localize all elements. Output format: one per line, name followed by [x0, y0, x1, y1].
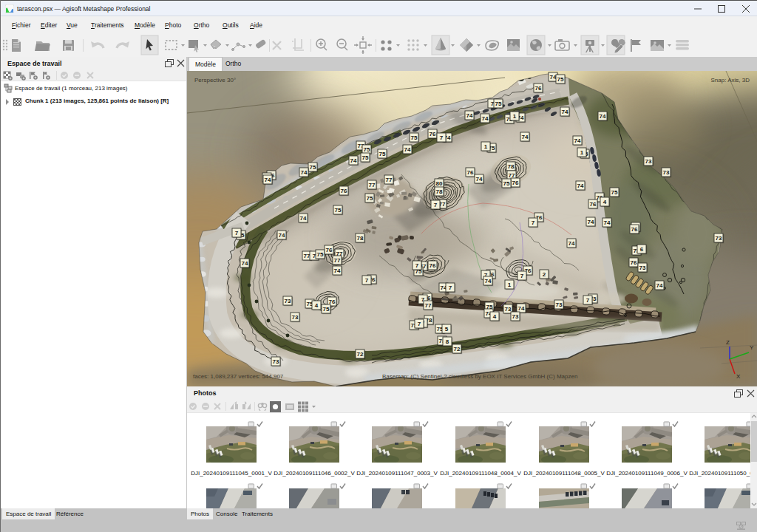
svg-text:77: 77	[369, 182, 376, 188]
svg-text:7: 7	[365, 277, 369, 284]
svg-text:78: 78	[508, 163, 515, 170]
svg-text:77: 77	[386, 177, 393, 183]
svg-text:73: 73	[292, 314, 299, 321]
svg-text:5: 5	[445, 326, 449, 332]
svg-text:7: 7	[586, 297, 590, 304]
svg-text:1: 1	[580, 149, 584, 156]
svg-text:77: 77	[425, 302, 432, 309]
svg-text:74: 74	[562, 109, 568, 115]
svg-text:75: 75	[379, 151, 386, 157]
svg-text:72: 72	[357, 351, 364, 358]
svg-text:80: 80	[436, 180, 443, 187]
svg-text:75: 75	[364, 146, 370, 153]
svg-text:Y: Y	[750, 344, 754, 351]
svg-text:76: 76	[590, 201, 597, 208]
svg-text:74: 74	[656, 282, 663, 289]
svg-text:74: 74	[604, 219, 611, 226]
svg-text:76: 76	[341, 188, 347, 194]
svg-text:74: 74	[485, 278, 492, 284]
svg-text:74: 74	[466, 112, 473, 119]
svg-text:74: 74	[568, 240, 575, 247]
svg-text:7: 7	[520, 273, 524, 279]
svg-text:74: 74	[301, 169, 308, 176]
svg-text:76: 76	[631, 226, 638, 233]
svg-text:73: 73	[512, 313, 519, 320]
svg-text:74: 74	[404, 146, 411, 153]
svg-text:7: 7	[415, 262, 419, 269]
svg-text:75: 75	[335, 207, 342, 214]
svg-text:75: 75	[495, 100, 502, 107]
svg-text:75: 75	[367, 195, 373, 202]
svg-text:2: 2	[543, 271, 546, 278]
svg-text:74: 74	[574, 137, 581, 144]
svg-text:76: 76	[512, 180, 519, 186]
svg-text:Perspective 30°: Perspective 30°	[194, 77, 236, 83]
svg-text:74: 74	[518, 305, 525, 312]
svg-text:76: 76	[326, 247, 333, 253]
svg-text:76: 76	[430, 131, 436, 137]
svg-text:8: 8	[446, 338, 449, 345]
svg-text:78: 78	[436, 188, 443, 195]
svg-text:faces: 1,089,237 vertices: 544: faces: 1,089,237 vertices: 544,907	[193, 373, 284, 380]
svg-text:6: 6	[640, 246, 644, 253]
svg-text:X: X	[736, 373, 741, 380]
svg-text:74: 74	[265, 177, 271, 183]
svg-text:75: 75	[362, 154, 369, 161]
svg-text:73: 73	[639, 265, 646, 271]
svg-text:76: 76	[535, 85, 542, 92]
svg-text:72: 72	[454, 346, 461, 352]
svg-text:74: 74	[279, 232, 285, 239]
svg-text:75: 75	[310, 164, 316, 171]
svg-text:73: 73	[273, 358, 279, 365]
svg-text:74: 74	[334, 267, 341, 274]
svg-text:75: 75	[323, 306, 330, 313]
svg-text:76: 76	[430, 262, 436, 269]
svg-text:75: 75	[411, 134, 418, 141]
svg-text:74: 74	[476, 176, 483, 183]
svg-text:74: 74	[242, 260, 248, 267]
svg-text:76: 76	[467, 169, 474, 176]
svg-text:73: 73	[716, 235, 722, 242]
svg-text:7: 7	[449, 284, 452, 291]
svg-text:75: 75	[317, 251, 324, 258]
svg-text:7: 7	[235, 230, 239, 236]
svg-text:74: 74	[577, 183, 584, 189]
svg-text:73: 73	[556, 301, 563, 308]
svg-text:77: 77	[334, 257, 341, 264]
svg-text:7: 7	[418, 321, 421, 327]
svg-text:74: 74	[482, 115, 489, 122]
svg-text:75: 75	[557, 76, 564, 83]
svg-text:4: 4	[315, 302, 319, 309]
svg-text:1: 1	[513, 113, 517, 120]
svg-text:74: 74	[522, 134, 529, 140]
svg-text:73: 73	[645, 158, 652, 165]
svg-text:74: 74	[300, 215, 307, 222]
svg-text:74: 74	[600, 113, 606, 120]
svg-text:4: 4	[493, 313, 497, 320]
svg-text:74: 74	[350, 157, 357, 164]
svg-text:78: 78	[357, 235, 364, 242]
svg-text:76: 76	[631, 259, 637, 266]
svg-text:Z: Z	[726, 339, 730, 346]
svg-text:74: 74	[588, 219, 594, 225]
svg-text:7: 7	[434, 202, 438, 208]
svg-text:73: 73	[285, 298, 291, 304]
svg-text:Snap: Axis, 3D: Snap: Axis, 3D	[711, 77, 750, 83]
svg-text:75: 75	[503, 180, 510, 187]
svg-text:1: 1	[484, 143, 488, 150]
svg-text:75: 75	[611, 189, 618, 196]
svg-text:7: 7	[440, 134, 444, 141]
svg-text:4: 4	[603, 199, 607, 205]
svg-text:73: 73	[663, 169, 670, 176]
svg-text:7: 7	[532, 219, 535, 226]
svg-text:Basemap: (C) Sentinel-2 cloudl: Basemap: (C) Sentinel-2 cloudless by EOX…	[382, 373, 577, 380]
svg-text:1: 1	[508, 282, 512, 288]
